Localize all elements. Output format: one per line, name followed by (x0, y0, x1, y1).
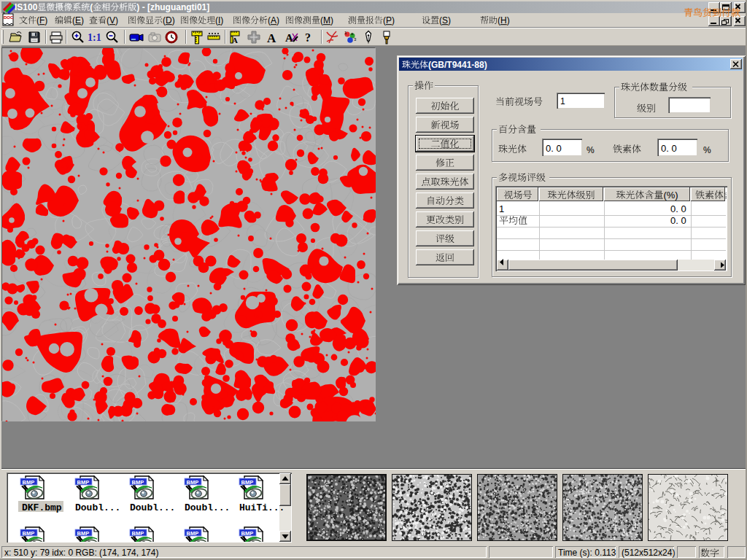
svg-text:1:1: 1:1 (88, 32, 101, 43)
svg-text:(E): (E) (72, 15, 84, 26)
svg-text:0. 0: 0. 0 (670, 203, 686, 214)
svg-text:(GB/T9441-88): (GB/T9441-88) (428, 60, 487, 70)
svg-text:1: 1 (499, 203, 504, 214)
svg-text:%: % (587, 145, 595, 155)
svg-text:(V): (V) (107, 15, 118, 26)
svg-text:(D): (D) (163, 15, 175, 26)
svg-text:(I): (I) (215, 15, 223, 26)
svg-text:DOC: DOC (4, 15, 14, 20)
svg-text:(S): (S) (439, 15, 451, 26)
svg-text:HuiTi...: HuiTi... (239, 502, 285, 513)
svg-text:IS100: IS100 (15, 2, 38, 12)
svg-text:0. 0: 0. 0 (670, 215, 686, 226)
svg-text:(F): (F) (36, 15, 47, 26)
svg-text:(512x512x24): (512x512x24) (622, 548, 675, 558)
svg-text:?: ? (305, 31, 311, 44)
svg-text:3: 3 (354, 37, 357, 42)
svg-text:(P): (P) (383, 15, 395, 26)
svg-text:) - [zhuguangti01]: ) - [zhuguangti01] (136, 2, 209, 12)
svg-text:Doubl...: Doubl... (75, 502, 120, 513)
svg-text:(H): (H) (498, 15, 510, 26)
svg-text:A: A (267, 31, 276, 45)
svg-text:0. 0: 0. 0 (546, 143, 562, 154)
svg-text:Time (s): 0.113: Time (s): 0.113 (558, 548, 616, 558)
svg-text:%: % (703, 145, 711, 155)
svg-text:(%): (%) (663, 190, 678, 201)
svg-text:1: 1 (560, 96, 565, 106)
svg-text:(: ( (90, 2, 93, 12)
svg-text:DKF.bmp: DKF.bmp (22, 502, 62, 513)
svg-text:(A): (A) (268, 15, 279, 26)
svg-text:A: A (285, 32, 293, 44)
svg-text:x: 510 y: 79 idx: 0 RGB: (174,: x: 510 y: 79 idx: 0 RGB: (174, 174, 174) (4, 548, 158, 558)
svg-text:0. 0: 0. 0 (661, 143, 677, 154)
svg-text:Doubl...: Doubl... (185, 502, 230, 513)
svg-text:(M): (M) (320, 15, 333, 26)
svg-text:Doubl...: Doubl... (130, 502, 175, 513)
